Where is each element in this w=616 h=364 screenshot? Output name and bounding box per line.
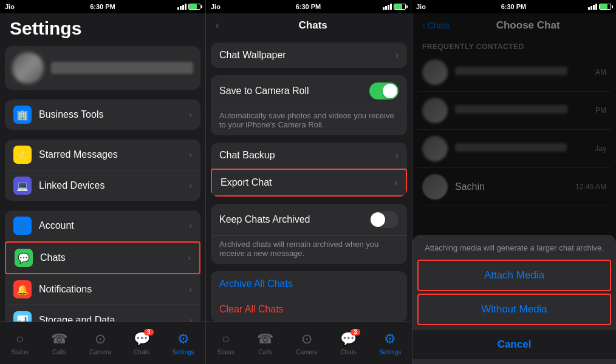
attach-media-button[interactable]: Attach Media: [417, 260, 611, 291]
status-bar-2: Jio 6:30 PM: [205, 0, 411, 13]
linked-devices-icon: 💻: [13, 177, 32, 195]
chevron-icon: ›: [189, 285, 192, 294]
save-camera-roll-item[interactable]: Save to Camera Roll: [211, 75, 407, 107]
tab-settings-2[interactable]: ⚙ Settings: [379, 331, 401, 356]
sidebar-item-storage[interactable]: 📊 Storage and Data ›: [5, 305, 200, 322]
status-bar-1: Jio 6:30 PM: [0, 0, 205, 13]
carrier-2: Jio: [211, 3, 221, 10]
battery-icon-2: [394, 4, 406, 10]
sidebar-item-account[interactable]: 👤 Account ›: [5, 211, 200, 241]
chat-wallpaper-item[interactable]: Chat Wallpaper ›: [211, 42, 407, 68]
status-tab-icon-2: ○: [222, 331, 230, 347]
sidebar-item-chats[interactable]: 💬 Chats ›: [5, 241, 200, 274]
attach-media-label: Attach Media: [484, 269, 544, 281]
carrier-1: Jio: [5, 3, 15, 10]
signal-icon-2: [383, 4, 392, 10]
status-tab-label: Status: [11, 349, 28, 356]
panel-chats: ‹ Chats Chat Wallpaper › Save to Camera …: [205, 13, 412, 364]
toggle-knob-off: [371, 212, 385, 227]
battery-icon: [188, 4, 200, 10]
chats-label: Chats: [40, 252, 188, 263]
without-media-button[interactable]: Without Media: [417, 294, 611, 325]
tab-chats[interactable]: 💬 3 Chats: [134, 331, 150, 356]
clear-all-chats-button[interactable]: Clear All Chats: [211, 297, 407, 322]
chevron-icon: ›: [189, 150, 192, 160]
settings-title: Settings: [10, 18, 81, 39]
back-button[interactable]: ‹: [216, 20, 219, 31]
time-3: 6:30 PM: [501, 3, 527, 10]
settings-list: 🏢 Business Tools › ⭐ Starred Messages › …: [0, 99, 205, 322]
keep-archived-item[interactable]: Keep Chats Archived: [211, 204, 407, 236]
without-media-label: Without Media: [481, 303, 547, 315]
keep-archived-section: Keep Chats Archived Archived chats will …: [211, 204, 407, 264]
camera-tab-icon-2: ⊙: [301, 331, 312, 347]
settings-section-3: 👤 Account › 💬 Chats › 🔔 Notifications › …: [5, 211, 200, 322]
status-tab-label-2: Status: [217, 349, 234, 356]
tab-camera-2[interactable]: ⊙ Camera: [296, 331, 318, 356]
keep-archived-toggle[interactable]: [369, 211, 399, 228]
account-label: Account: [39, 220, 189, 231]
tab-calls-2[interactable]: ☎ Calls: [257, 331, 273, 356]
chevron-icon: ›: [189, 181, 192, 190]
carrier-3: Jio: [416, 3, 426, 10]
export-chat-label: Export Chat: [221, 177, 272, 188]
battery-icon-3: [599, 4, 611, 10]
chats-badge: 3: [144, 329, 154, 335]
tab-calls[interactable]: ☎ Calls: [51, 331, 67, 356]
cancel-label: Cancel: [498, 339, 532, 351]
sidebar-item-business-tools[interactable]: 🏢 Business Tools ›: [5, 99, 200, 130]
modal-sheet: Attaching media will generate a larger c…: [412, 235, 616, 364]
settings-tab-label: Settings: [172, 349, 194, 356]
notifications-label: Notifications: [39, 284, 189, 295]
sidebar-item-notifications[interactable]: 🔔 Notifications ›: [5, 274, 200, 305]
save-camera-description: Automatically save photos and videos you…: [211, 107, 407, 135]
tab-camera[interactable]: ⊙ Camera: [89, 331, 111, 356]
cancel-button[interactable]: Cancel: [412, 330, 616, 359]
signal-icon: [177, 4, 187, 10]
linked-devices-label: Linked Devices: [39, 180, 189, 191]
export-chat-item[interactable]: Export Chat ›: [211, 169, 407, 197]
notifications-icon: 🔔: [13, 280, 32, 298]
keep-archived-label: Keep Chats Archived: [219, 214, 310, 225]
settings-section-1: 🏢 Business Tools ›: [5, 99, 200, 130]
status-icons-3: [588, 4, 611, 10]
modal-overlay: Attaching media will generate a larger c…: [412, 13, 616, 364]
sidebar-item-starred-messages[interactable]: ⭐ Starred Messages ›: [5, 140, 200, 170]
chevron-icon: ›: [189, 315, 192, 322]
camera-tab-icon: ⊙: [95, 331, 106, 347]
panel-settings: Settings 🏢 Business Tools › ⭐ Starred Me…: [0, 13, 205, 364]
chats-tab-label-2: Chats: [340, 349, 356, 356]
settings-section-2: ⭐ Starred Messages › 💻 Linked Devices ›: [5, 140, 200, 201]
tab-bar-2: ○ Status ☎ Calls ⊙ Camera 💬 3 Chats ⚙: [206, 322, 412, 364]
calls-tab-label: Calls: [52, 349, 66, 356]
chats-icon: 💬: [15, 249, 33, 267]
tab-settings[interactable]: ⚙ Settings: [172, 331, 194, 356]
chats-panel-body: Chat Wallpaper › Save to Camera Roll Aut…: [206, 38, 412, 322]
chevron-icon: ›: [394, 177, 397, 188]
avatar: [12, 52, 44, 84]
status-icons-2: [383, 4, 406, 10]
chevron-icon: ›: [395, 150, 399, 161]
chat-backup-item[interactable]: Chat Backup ›: [211, 143, 407, 169]
tab-status[interactable]: ○ Status: [11, 331, 28, 356]
toggle-knob: [383, 84, 397, 98]
tab-bar-panel-2: ○ Status ☎ Calls ⊙ Camera 💬 3 Chats ⚙: [206, 322, 412, 364]
save-camera-toggle[interactable]: [369, 83, 399, 99]
chat-wallpaper-section: Chat Wallpaper ›: [211, 42, 407, 68]
profile-info-blur: [51, 62, 193, 74]
tab-chats-2[interactable]: 💬 3 Chats: [340, 331, 357, 356]
time-2: 6:30 PM: [296, 3, 321, 10]
archive-all-chats-button[interactable]: Archive All Chats: [211, 271, 407, 297]
time-1: 6:30 PM: [90, 3, 115, 10]
action-buttons-section: Archive All Chats Clear All Chats: [211, 271, 407, 322]
starred-label: Starred Messages: [39, 149, 189, 160]
camera-tab-label-2: Camera: [296, 349, 318, 356]
save-camera-label: Save to Camera Roll: [219, 86, 309, 96]
profile-area[interactable]: [5, 46, 200, 90]
status-bars: Jio 6:30 PM Jio 6:30 PM Jio 6:30 P: [0, 0, 616, 13]
status-tab-icon: ○: [16, 331, 24, 347]
signal-icon-3: [588, 4, 597, 10]
camera-tab-label: Camera: [89, 349, 111, 356]
tab-status-2[interactable]: ○ Status: [217, 331, 234, 356]
sidebar-item-linked-devices[interactable]: 💻 Linked Devices ›: [5, 170, 200, 201]
